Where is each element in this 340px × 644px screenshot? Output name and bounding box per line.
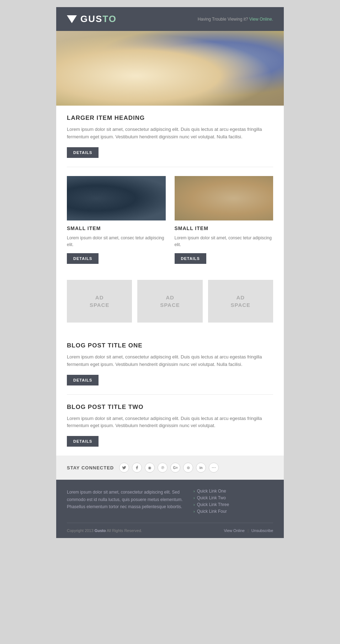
rss-icon[interactable]: ◉	[145, 463, 155, 473]
quick-link-1-arrow: ›	[193, 489, 195, 493]
col-left-image	[67, 176, 166, 220]
quick-link-2[interactable]: › Quick Link Two	[193, 495, 273, 500]
rights-text: All Rights Reserved.	[107, 528, 142, 533]
quick-link-1-label: Quick Link One	[197, 489, 226, 494]
blog-1-heading: BLOG POST TITLE ONE	[67, 342, 273, 349]
hero-text: Lorem ipsum dolor sit amet, consectetur …	[67, 126, 273, 141]
facebook-icon[interactable]	[132, 463, 142, 473]
twitter-icon[interactable]	[119, 463, 129, 473]
ad-label-3: ADSPACE	[231, 294, 251, 309]
blog-section-1: BLOG POST TITLE ONE Lorem ipsum dolor si…	[56, 333, 284, 394]
col-right-details-button[interactable]: DETAILS	[175, 253, 206, 264]
logo-text: GUSTO	[80, 14, 117, 25]
flickr-icon[interactable]: ⋯	[209, 463, 219, 473]
hero-image	[56, 31, 284, 106]
quick-link-3-label: Quick Link Three	[197, 502, 229, 507]
ad-box-3: ADSPACE	[208, 280, 273, 323]
ad-box-1: ADSPACE	[67, 280, 132, 323]
footer-dark-left: Lorem ipsum dolor sit amet, consectetur …	[67, 489, 186, 516]
trouble-text: Having Trouble Viewing it?	[198, 17, 248, 22]
blog-1-details-button[interactable]: DETAILS	[67, 375, 99, 385]
footer-body-text: Lorem ipsum dolor sit amet, consectetur …	[67, 489, 186, 510]
brand-name: Gusto	[95, 528, 106, 533]
col-left-details-button[interactable]: DETAILS	[67, 253, 99, 264]
col-right-image	[175, 176, 273, 220]
social-icons-row: ◉ ℗ G+ ⊛ in ⋯	[119, 463, 219, 473]
quick-link-2-label: Quick Link Two	[197, 495, 226, 500]
col-right: SMALL ITEM Lorem ipsum dolor sit amet, c…	[173, 176, 273, 264]
view-online-link[interactable]: View Online.	[249, 17, 273, 22]
linkedin-icon[interactable]: in	[196, 463, 206, 473]
hero-details-button[interactable]: DETAILS	[67, 147, 99, 158]
hero-desk-image	[56, 31, 284, 106]
footer-dark-right: › Quick Link One › Quick Link Two › Quic…	[193, 489, 273, 516]
quick-link-4-arrow: ›	[193, 509, 195, 513]
footer-bottom: Copyright 2013 Gusto All Rights Reserved…	[67, 528, 273, 533]
footer-links-separator: |	[248, 528, 250, 533]
ad-box-2: ADSPACE	[137, 280, 202, 323]
pinterest-icon[interactable]: ℗	[158, 463, 168, 473]
quick-link-3-arrow: ›	[193, 502, 195, 507]
col-left-heading: SMALL ITEM	[67, 225, 166, 231]
blog-2-details-button[interactable]: DETAILS	[67, 436, 99, 447]
quick-link-4[interactable]: › Quick Link Four	[193, 509, 273, 514]
col-right-heading: SMALL ITEM	[175, 225, 273, 231]
two-col-section: SMALL ITEM Lorem ipsum dolor sit amet, c…	[56, 167, 284, 273]
footer-divider	[67, 523, 273, 523]
blog-2-text: Lorem ipsum dolor sit amet, consectetur …	[67, 415, 273, 430]
stay-connected-row: STAY CONNECTED ◉ ℗ G+ ⊛	[67, 463, 273, 473]
hero-section: LARGER ITEM HEADING Lorem ipsum dolor si…	[56, 106, 284, 167]
logo-triangle-icon	[67, 15, 77, 23]
col-left-text: Lorem ipsum dolor sit amet, consec tetur…	[67, 235, 166, 248]
col-left: SMALL ITEM Lorem ipsum dolor sit amet, c…	[67, 176, 173, 264]
header-right: Having Trouble Viewing it? View Online.	[198, 17, 273, 22]
ad-section: ADSPACE ADSPACE ADSPACE	[56, 273, 284, 333]
copyright-text: Copyright 2013	[67, 528, 94, 533]
blog-section-2: BLOG POST TITLE TWO Lorem ipsum dolor si…	[56, 395, 284, 456]
quick-link-4-label: Quick Link Four	[197, 509, 227, 514]
footer-dark-inner: Lorem ipsum dolor sit amet, consectetur …	[67, 489, 273, 516]
footer-view-online-link[interactable]: View Online	[224, 528, 245, 533]
dribbble-icon[interactable]: ⊛	[183, 463, 193, 473]
main-content: LARGER ITEM HEADING Lorem ipsum dolor si…	[56, 31, 284, 456]
stay-connected-label: STAY CONNECTED	[67, 465, 114, 470]
footer-unsubscribe-link[interactable]: Unsubscribe	[251, 528, 273, 533]
blog-2-heading: BLOG POST TITLE TWO	[67, 404, 273, 411]
footer-copyright: Copyright 2013 Gusto All Rights Reserved…	[67, 528, 142, 533]
footer-links: View Online | Unsubscribe	[224, 528, 273, 533]
col-right-text: Lorem ipsum dolor sit amet, consec tetur…	[175, 235, 273, 248]
ad-label-1: ADSPACE	[90, 294, 110, 309]
header: GUSTO Having Trouble Viewing it? View On…	[56, 7, 284, 31]
logo-area: GUSTO	[67, 14, 117, 25]
quick-link-3[interactable]: › Quick Link Three	[193, 502, 273, 507]
quick-link-1[interactable]: › Quick Link One	[193, 489, 273, 494]
email-wrapper: GUSTO Having Trouble Viewing it? View On…	[56, 7, 284, 538]
googleplus-icon[interactable]: G+	[170, 463, 180, 473]
quick-link-2-arrow: ›	[193, 496, 195, 500]
ad-label-2: ADSPACE	[160, 294, 180, 309]
hero-heading: LARGER ITEM HEADING	[67, 115, 273, 122]
blog-1-text: Lorem ipsum dolor sit amet, consectetur …	[67, 353, 273, 368]
footer-dark: Lorem ipsum dolor sit amet, consectetur …	[56, 480, 284, 538]
footer-light: STAY CONNECTED ◉ ℗ G+ ⊛	[56, 456, 284, 480]
